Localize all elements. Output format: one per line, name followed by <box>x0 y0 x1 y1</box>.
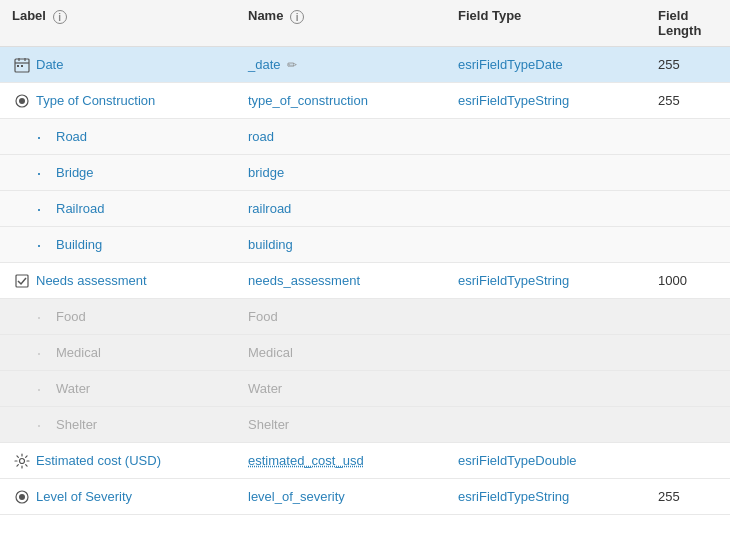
cell-label-medical-row: · Medical <box>0 338 240 368</box>
cell-name-level-of-severity-row: level_of_severity <box>240 483 450 510</box>
label-text-bridge-row: Bridge <box>56 165 94 180</box>
row-icon-bridge-row: · <box>28 164 56 182</box>
field-table: Label i Name i Field Type Field Length D… <box>0 0 730 515</box>
cell-length-food-row <box>650 311 730 323</box>
name-info-icon[interactable]: i <box>290 10 304 24</box>
edit-icon[interactable]: ✏ <box>287 58 297 72</box>
field-type-text-level-of-severity-row: esriFieldTypeString <box>458 489 569 504</box>
name-text-medical-row: Medical <box>248 345 293 360</box>
cell-type-level-of-severity-row: esriFieldTypeString <box>450 483 650 510</box>
field-type-text-estimated-cost-row: esriFieldTypeDouble <box>458 453 577 468</box>
cell-label-building-row: · Building <box>0 230 240 260</box>
cell-length-estimated-cost-row <box>650 455 730 467</box>
date-row[interactable]: Date _date ✏ esriFieldTypeDate 255 <box>0 47 730 83</box>
cell-label-shelter-row: · Shelter <box>0 410 240 440</box>
label-text-water-row: Water <box>56 381 90 396</box>
estimated-cost-row[interactable]: Estimated cost (USD) estimated_cost_usd … <box>0 443 730 479</box>
cell-type-date-row: esriFieldTypeDate <box>450 51 650 78</box>
svg-point-11 <box>19 494 25 500</box>
cell-type-medical-row <box>450 347 650 359</box>
svg-point-7 <box>19 98 25 104</box>
name-text-food-row: Food <box>248 309 278 324</box>
cell-name-water-row: Water <box>240 375 450 402</box>
name-text-shelter-row: Shelter <box>248 417 289 432</box>
cell-length-road-row <box>650 131 730 143</box>
row-icon-road-row: · <box>28 128 56 146</box>
row-icon-shelter-row: · <box>28 416 56 434</box>
medical-row[interactable]: · Medical Medical <box>0 335 730 371</box>
field-length-text-date-row: 255 <box>658 57 680 72</box>
name-text-road-row: road <box>248 129 274 144</box>
label-text-date-row: Date <box>36 57 63 72</box>
svg-rect-5 <box>21 65 23 67</box>
cell-length-date-row: 255 <box>650 51 730 78</box>
name-text-estimated-cost-row: estimated_cost_usd <box>248 453 364 468</box>
cell-label-date-row: Date <box>0 51 240 79</box>
label-text-medical-row: Medical <box>56 345 101 360</box>
cell-length-building-row <box>650 239 730 251</box>
header-label: Label i <box>0 8 240 38</box>
cell-name-shelter-row: Shelter <box>240 411 450 438</box>
cell-type-shelter-row <box>450 419 650 431</box>
label-text-estimated-cost-row: Estimated cost (USD) <box>36 453 161 468</box>
label-text-railroad-row: Railroad <box>56 201 104 216</box>
road-row[interactable]: · Road road <box>0 119 730 155</box>
cell-length-type-of-construction-row: 255 <box>650 87 730 114</box>
cell-label-food-row: · Food <box>0 302 240 332</box>
field-type-text-type-of-construction-row: esriFieldTypeString <box>458 93 569 108</box>
cell-type-estimated-cost-row: esriFieldTypeDouble <box>450 447 650 474</box>
cell-length-bridge-row <box>650 167 730 179</box>
header-type-text: Field Type <box>458 8 521 23</box>
cell-type-road-row <box>450 131 650 143</box>
cell-name-medical-row: Medical <box>240 339 450 366</box>
water-row[interactable]: · Water Water <box>0 371 730 407</box>
cell-type-water-row <box>450 383 650 395</box>
cell-name-estimated-cost-row: estimated_cost_usd <box>240 447 450 474</box>
label-text-type-of-construction-row: Type of Construction <box>36 93 155 108</box>
cell-type-needs-assessment-row: esriFieldTypeString <box>450 267 650 294</box>
cell-length-water-row <box>650 383 730 395</box>
table-header: Label i Name i Field Type Field Length <box>0 0 730 47</box>
level-of-severity-row[interactable]: Level of Severity level_of_severity esri… <box>0 479 730 515</box>
header-name: Name i <box>240 8 450 38</box>
header-name-text: Name <box>248 8 283 23</box>
type-of-construction-row[interactable]: Type of Construction type_of_constructio… <box>0 83 730 119</box>
cell-type-railroad-row <box>450 203 650 215</box>
cell-name-type-of-construction-row: type_of_construction <box>240 87 450 114</box>
row-icon-type-of-construction-row <box>8 94 36 108</box>
cell-type-food-row <box>450 311 650 323</box>
name-text-building-row: building <box>248 237 293 252</box>
label-text-food-row: Food <box>56 309 86 324</box>
cell-name-road-row: road <box>240 123 450 150</box>
cell-label-road-row: · Road <box>0 122 240 152</box>
bridge-row[interactable]: · Bridge bridge <box>0 155 730 191</box>
cell-length-needs-assessment-row: 1000 <box>650 267 730 294</box>
header-label-text: Label <box>12 8 46 23</box>
name-text-bridge-row: bridge <box>248 165 284 180</box>
food-row[interactable]: · Food Food <box>0 299 730 335</box>
row-icon-date-row <box>8 57 36 73</box>
label-text-needs-assessment-row: Needs assessment <box>36 273 147 288</box>
label-text-road-row: Road <box>56 129 87 144</box>
needs-assessment-row[interactable]: Needs assessment needs_assessment esriFi… <box>0 263 730 299</box>
cell-label-type-of-construction-row: Type of Construction <box>0 87 240 114</box>
name-text-needs-assessment-row: needs_assessment <box>248 273 360 288</box>
building-row[interactable]: · Building building <box>0 227 730 263</box>
label-text-building-row: Building <box>56 237 102 252</box>
shelter-row[interactable]: · Shelter Shelter <box>0 407 730 443</box>
name-text-date-row: _date <box>248 57 281 72</box>
label-text-level-of-severity-row: Level of Severity <box>36 489 132 504</box>
railroad-row[interactable]: · Railroad railroad <box>0 191 730 227</box>
field-type-text-date-row: esriFieldTypeDate <box>458 57 563 72</box>
name-text-level-of-severity-row: level_of_severity <box>248 489 345 504</box>
table-body: Date _date ✏ esriFieldTypeDate 255 Type … <box>0 47 730 515</box>
row-icon-railroad-row: · <box>28 200 56 218</box>
header-length: Field Length <box>650 8 730 38</box>
cell-type-building-row <box>450 239 650 251</box>
cell-length-railroad-row <box>650 203 730 215</box>
svg-rect-8 <box>16 275 28 287</box>
cell-name-food-row: Food <box>240 303 450 330</box>
cell-type-bridge-row <box>450 167 650 179</box>
label-info-icon[interactable]: i <box>53 10 67 24</box>
cell-label-needs-assessment-row: Needs assessment <box>0 267 240 294</box>
